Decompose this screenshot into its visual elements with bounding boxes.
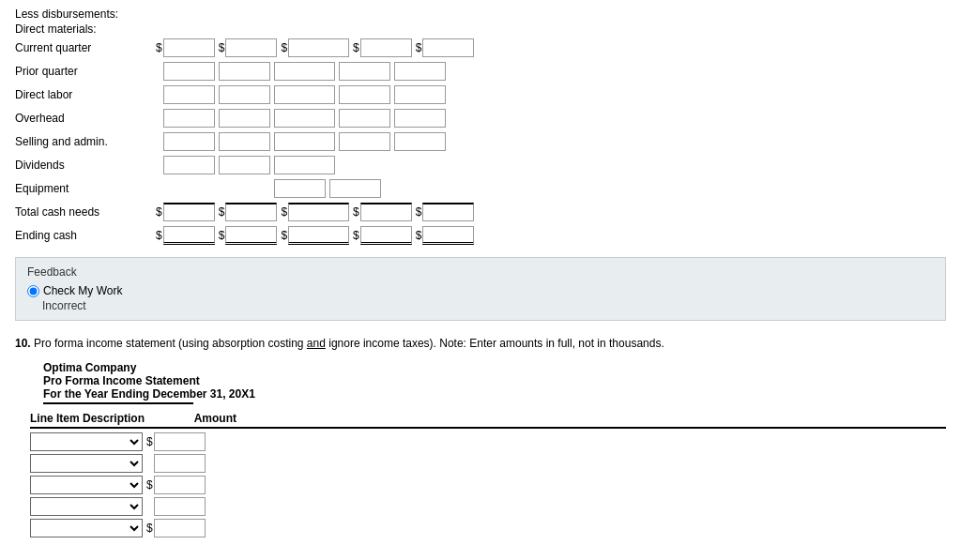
current-quarter-row: Current quarter $ $ $ $ $ [15, 38, 946, 58]
oh-input-1[interactable] [163, 109, 215, 128]
oh-input-2[interactable] [219, 109, 270, 128]
selling-admin-label: Selling and admin. [15, 135, 156, 148]
div-input-1[interactable] [163, 156, 215, 174]
eq-input-2[interactable] [329, 179, 381, 198]
less-disbursements-label: Less disbursements: [15, 8, 946, 21]
dl-input-5[interactable] [394, 85, 446, 104]
pq-input-4[interactable] [339, 62, 390, 81]
tcn-input-group-5: $ [416, 203, 475, 221]
pf-amount-4: $ [146, 497, 206, 516]
pf-row-1: $ [30, 432, 946, 451]
dl-input-1[interactable] [163, 85, 215, 104]
tcn-input-2[interactable] [225, 203, 277, 221]
pf-dollar-1: $ [146, 435, 153, 448]
pf-amount-5: $ [146, 519, 206, 537]
cq-input-2[interactable] [225, 38, 277, 57]
dollar-sign-4: $ [353, 41, 359, 54]
pq-input-3[interactable] [274, 62, 335, 81]
sa-input-group-2 [219, 132, 270, 151]
pf-input-4[interactable] [154, 497, 206, 516]
oh-input-4[interactable] [339, 109, 390, 128]
main-container: Less disbursements: Direct materials: Cu… [0, 0, 961, 548]
ec-input-2[interactable] [225, 226, 277, 245]
dollar-sign-5: $ [416, 41, 422, 54]
dl-input-4[interactable] [339, 85, 390, 104]
ec-input-group-1: $ [156, 226, 215, 245]
sa-input-group-4 [339, 132, 390, 151]
sa-input-group-1 [156, 132, 215, 151]
prior-quarter-row: Prior quarter [15, 61, 946, 82]
eq-input-group-1 [274, 179, 326, 198]
pq-input-group-1 [156, 62, 215, 81]
div-input-group-2 [219, 156, 270, 174]
pf-select-3[interactable] [30, 476, 143, 494]
oh-input-group-1 [156, 109, 215, 128]
eq-input-1[interactable] [274, 179, 326, 198]
ec-input-1[interactable] [163, 226, 215, 245]
pq-input-group-3 [274, 62, 335, 81]
cq-input-group-5: $ [416, 38, 475, 57]
ec-input-3[interactable] [288, 226, 349, 245]
oh-input-3[interactable] [274, 109, 335, 128]
ec-dollar-3: $ [281, 229, 287, 242]
check-my-work-radio[interactable] [27, 285, 39, 297]
cq-input-5[interactable] [422, 38, 474, 57]
feedback-section: Feedback Check My Work Incorrect [15, 257, 946, 321]
dl-input-3[interactable] [274, 85, 335, 104]
pq-input-5[interactable] [394, 62, 446, 81]
pq-input-2[interactable] [219, 62, 270, 81]
oh-input-5[interactable] [394, 109, 446, 128]
sa-input-3[interactable] [274, 132, 335, 151]
selling-admin-row: Selling and admin. [15, 131, 946, 152]
cq-input-group-2: $ [219, 38, 278, 57]
tcn-input-3[interactable] [288, 203, 349, 221]
ec-input-4[interactable] [360, 226, 412, 245]
tcn-input-5[interactable] [422, 203, 474, 221]
sa-input-2[interactable] [219, 132, 270, 151]
pf-col-amount-header: Amount [161, 412, 236, 425]
pf-input-3[interactable] [154, 476, 206, 494]
q10-text-1: Pro forma income statement (using absorp… [34, 337, 307, 350]
dl-input-group-3 [274, 85, 335, 104]
pq-input-1[interactable] [163, 62, 215, 81]
pf-input-5[interactable] [154, 519, 206, 537]
equipment-row: Equipment [15, 178, 946, 199]
question-10-section: 10. Pro forma income statement (using ab… [15, 336, 946, 537]
ec-input-group-2: $ [219, 226, 278, 245]
dl-input-2[interactable] [219, 85, 270, 104]
cq-input-group-1: $ [156, 38, 215, 57]
dl-input-group-1 [156, 85, 215, 104]
ec-dollar-5: $ [416, 229, 422, 242]
sa-input-5[interactable] [394, 132, 446, 151]
company-header: Optima Company Pro Forma Income Statemen… [43, 361, 946, 404]
pf-select-2[interactable] [30, 454, 143, 473]
tcn-input-1[interactable] [163, 203, 215, 221]
cq-input-4[interactable] [360, 38, 412, 57]
ec-dollar-4: $ [353, 229, 359, 242]
tcn-input-4[interactable] [360, 203, 412, 221]
pf-select-5[interactable] [30, 519, 143, 537]
total-cash-needs-row: Total cash needs $ $ $ $ $ [15, 202, 946, 222]
dividends-row: Dividends [15, 155, 946, 175]
date-line: For the Year Ending December 31, 20X1 [43, 387, 946, 401]
ec-input-5[interactable] [422, 226, 474, 245]
feedback-title: Feedback [27, 265, 934, 279]
statement-title: Pro Forma Income Statement [43, 374, 946, 387]
pf-select-4[interactable] [30, 497, 143, 516]
dl-input-group-5 [394, 85, 446, 104]
cq-input-group-4: $ [353, 38, 412, 57]
tcn-dollar-1: $ [156, 205, 162, 219]
div-input-2[interactable] [219, 156, 270, 174]
div-input-3[interactable] [274, 156, 335, 174]
pf-amount-3: $ [146, 476, 206, 494]
pf-select-1[interactable] [30, 432, 143, 451]
sa-input-4[interactable] [339, 132, 390, 151]
dl-input-group-4 [339, 85, 390, 104]
oh-input-group-4 [339, 109, 390, 128]
sa-input-1[interactable] [163, 132, 215, 151]
cq-input-3[interactable] [288, 38, 349, 57]
pf-input-2[interactable] [154, 454, 206, 473]
cq-input-1[interactable] [163, 38, 215, 57]
pf-input-1[interactable] [154, 432, 206, 451]
pf-col-desc-header: Line Item Description [30, 412, 161, 425]
